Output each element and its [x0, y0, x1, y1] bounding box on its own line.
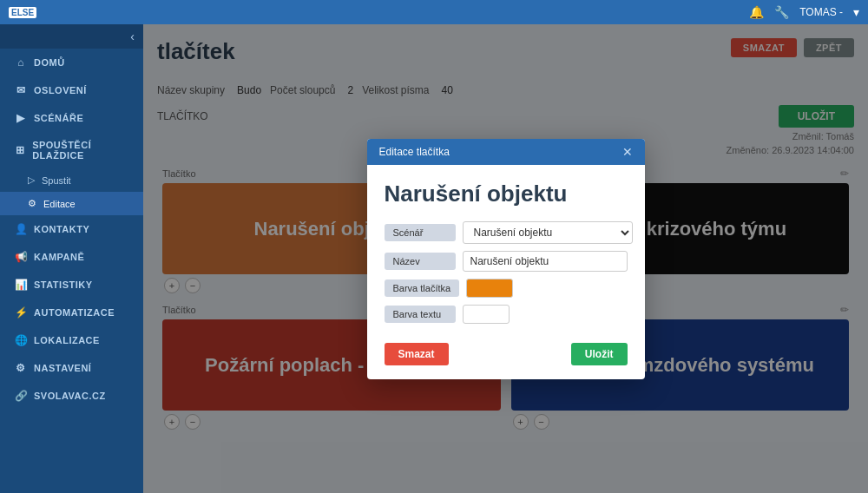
gear-icon: ⚙	[15, 362, 27, 374]
sidebar-item-kontakty[interactable]: 👤 Kontakty	[0, 215, 143, 243]
sidebar-label-spustit: Spustit	[42, 175, 71, 186]
spustit-icon: ▷	[28, 174, 35, 186]
stats-icon: 📊	[15, 279, 27, 291]
modal-header: Editace tlačítka ✕	[367, 139, 645, 165]
sidebar-label-automatizace: Automatizace	[34, 307, 115, 318]
username: TOMAS -	[799, 6, 843, 18]
sidebar-label-svolavac: Svolavac.cz	[34, 391, 106, 401]
barva-tlacitka-label: Barva tlačítka	[385, 279, 460, 297]
topbar-right: 🔔 🔧 TOMAS - ▾	[749, 5, 859, 19]
modal-footer: Smazat Uložit	[367, 343, 645, 379]
modal-dialog: Editace tlačítka ✕ Narušení objektu Scén…	[367, 139, 645, 379]
sidebar-item-lokalizace[interactable]: 🌐 Lokalizace	[0, 326, 143, 354]
logo-text: ELSE	[9, 7, 36, 18]
modal-overlay[interactable]: Editace tlačítka ✕ Narušení objektu Scén…	[143, 24, 868, 493]
barva-textu-swatch[interactable]	[463, 305, 510, 324]
lokalizace-icon: 🌐	[15, 334, 27, 346]
main-content: tlačítek SMAZAT ZPĚT Název skupiny Budo …	[143, 24, 868, 493]
sidebar: ‹ ⌂ Domů ✉ Oslovení ▶ Scénáře ⊞ Spouštěc…	[0, 24, 143, 493]
modal-close-icon[interactable]: ✕	[622, 145, 633, 159]
nazev-label: Název	[385, 253, 456, 270]
sidebar-label-kampane: Kampaně	[34, 252, 84, 262]
form-row-barva-textu: Barva textu	[385, 305, 628, 324]
sidebar-label-domu: Domů	[34, 57, 65, 68]
modal-delete-button[interactable]: Smazat	[385, 343, 449, 365]
sidebar-item-nastaveni[interactable]: ⚙ Nastavení	[0, 354, 143, 382]
collapse-icon: ‹	[130, 30, 135, 43]
modal-save-button[interactable]: Uložit	[571, 343, 628, 365]
sidebar-label-osloveni: Oslovení	[34, 85, 87, 95]
sidebar-item-osloveni[interactable]: ✉ Oslovení	[0, 76, 143, 104]
modal-header-title: Editace tlačítka	[379, 146, 450, 158]
link-icon: 🔗	[15, 390, 27, 402]
sidebar-toggle[interactable]: ‹	[0, 24, 143, 49]
sidebar-item-spustit[interactable]: ▷ Spustit	[0, 168, 143, 192]
home-icon: ⌂	[15, 56, 27, 69]
play-icon: ▶	[15, 112, 27, 124]
sidebar-item-kampane[interactable]: 📢 Kampaně	[0, 243, 143, 271]
kampane-icon: 📢	[15, 251, 27, 263]
sidebar-item-svolavac[interactable]: 🔗 Svolavac.cz	[0, 382, 143, 410]
form-row-barva-tlacitka: Barva tlačítka	[385, 279, 628, 298]
sidebar-item-automatizace[interactable]: ⚡ Automatizace	[0, 299, 143, 326]
mail-icon: ✉	[15, 84, 27, 96]
barva-tlacitka-swatch[interactable]	[466, 279, 513, 298]
sidebar-label-statistiky: Statistiky	[34, 279, 93, 290]
contacts-icon: 👤	[15, 223, 27, 235]
form-row-nazev: Název	[385, 251, 628, 272]
modal-title: Narušení objektu	[385, 181, 628, 207]
layout: ‹ ⌂ Domů ✉ Oslovení ▶ Scénáře ⊞ Spouštěc…	[0, 24, 868, 493]
topbar: ELSE 🔔 🔧 TOMAS - ▾	[0, 0, 868, 24]
barva-textu-label: Barva textu	[385, 306, 456, 323]
sidebar-item-statistiky[interactable]: 📊 Statistiky	[0, 271, 143, 299]
scenar-label: Scénář	[385, 224, 456, 241]
scenar-select[interactable]: Narušení objektu Svolání krizového týmu …	[463, 221, 633, 244]
settings-icon[interactable]: 🔧	[774, 5, 789, 19]
nazev-input[interactable]	[463, 251, 628, 272]
user-menu-icon[interactable]: ▾	[853, 5, 859, 19]
notification-icon[interactable]: 🔔	[749, 5, 764, 19]
logo: ELSE	[9, 7, 36, 18]
automation-icon: ⚡	[15, 306, 27, 319]
sidebar-label-scenare: Scénáře	[34, 113, 83, 123]
form-row-scenar: Scénář Narušení objektu Svolání krizovéh…	[385, 221, 628, 244]
sidebar-item-domu[interactable]: ⌂ Domů	[0, 49, 143, 76]
sidebar-item-scenare[interactable]: ▶ Scénáře	[0, 104, 143, 132]
sidebar-label-editace: Editace	[43, 199, 76, 209]
sidebar-label-spousteci-dlazdice: Spouštěcí dlaždice	[32, 140, 131, 161]
sidebar-item-editace[interactable]: ⚙ Editace	[0, 192, 143, 215]
editace-icon: ⚙	[28, 198, 36, 209]
sidebar-label-nastaveni: Nastavení	[34, 363, 91, 373]
sidebar-label-kontakty: Kontakty	[34, 224, 89, 234]
sidebar-item-spousteci-dlazdice[interactable]: ⊞ Spouštěcí dlaždice	[0, 132, 143, 168]
grid-icon: ⊞	[15, 144, 25, 156]
sidebar-label-lokalizace: Lokalizace	[34, 335, 100, 345]
modal-body: Narušení objektu Scénář Narušení objektu…	[367, 165, 645, 343]
